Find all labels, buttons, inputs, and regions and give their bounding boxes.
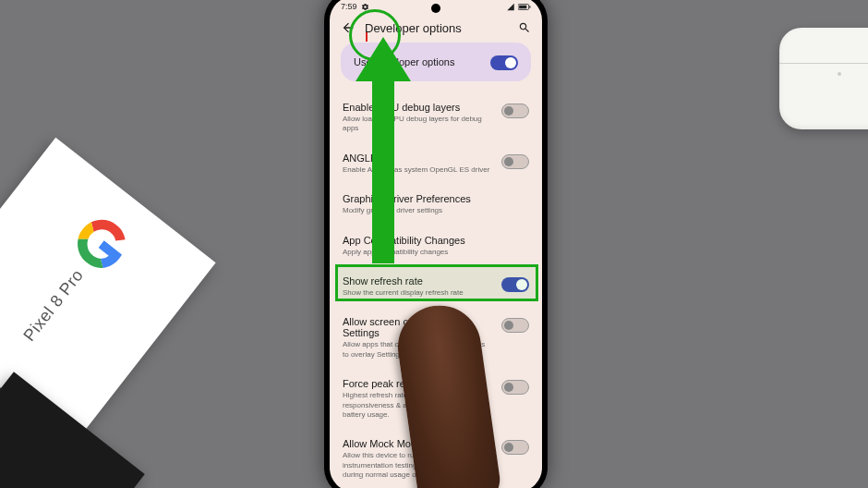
setting-subtitle: Apply app compatibility changes: [343, 248, 529, 257]
setting-text: Show refresh rateShow the current displa…: [343, 275, 492, 298]
setting-title: Graphics Driver Preferences: [343, 193, 529, 204]
setting-title: Use developer options: [354, 56, 454, 67]
setting-subtitle: Show the current display refresh rate: [343, 288, 492, 298]
setting-title: ANGLE: [343, 152, 492, 164]
setting-text: Enable GPU debug layersAllow loading GPU…: [343, 102, 492, 134]
setting-title: Enable GPU debug layers: [343, 102, 492, 113]
page-title: Developer options: [365, 21, 509, 35]
signal-icon: [506, 3, 515, 11]
setting-title: Show refresh rate: [343, 275, 492, 287]
setting-row[interactable]: App Compatibility ChangesApply app compa…: [341, 226, 531, 266]
battery-icon: [518, 3, 531, 11]
search-icon[interactable]: [518, 21, 531, 34]
annotation-red-marker: [366, 32, 368, 42]
setting-toggle[interactable]: [501, 154, 529, 169]
airpods-case: [779, 28, 868, 129]
setting-title: App Compatibility Changes: [343, 235, 529, 246]
google-logo-icon: [68, 210, 136, 277]
app-header: Developer options: [330, 17, 542, 43]
svg-rect-2: [529, 6, 530, 7]
setting-text: App Compatibility ChangesApply app compa…: [343, 235, 529, 257]
setting-row[interactable]: ANGLEEnable ANGLE as system OpenGL ES dr…: [341, 143, 531, 184]
use-developer-options-toggle[interactable]: [490, 55, 518, 70]
setting-row[interactable]: Graphics Driver PreferencesModify graphi…: [341, 184, 531, 225]
setting-row[interactable]: Enable GPU debug layersAllow loading GPU…: [341, 92, 531, 143]
back-arrow-icon[interactable]: [341, 20, 356, 35]
camera-hole: [431, 4, 440, 13]
setting-toggle[interactable]: [501, 104, 529, 118]
setting-toggle[interactable]: [501, 277, 529, 292]
setting-subtitle: Enable ANGLE as system OpenGL ES driver: [343, 165, 492, 175]
setting-row[interactable]: Show refresh rateShow the current displa…: [341, 266, 531, 307]
setting-toggle[interactable]: [501, 380, 529, 395]
setting-text: ANGLEEnable ANGLE as system OpenGL ES dr…: [343, 152, 492, 175]
settings-status-icon: [361, 3, 369, 11]
setting-text: Graphics Driver PreferencesModify graphi…: [343, 193, 529, 215]
setting-toggle[interactable]: [501, 440, 529, 455]
svg-rect-1: [519, 5, 526, 8]
setting-toggle[interactable]: [501, 318, 529, 333]
setting-subtitle: Modify graphics driver settings: [343, 206, 529, 215]
setting-subtitle: Allow loading GPU debug layers for debug…: [343, 115, 492, 134]
use-developer-options-card[interactable]: Use developer options: [341, 43, 531, 81]
status-time: 7:59: [341, 2, 357, 11]
product-box-label: Pixel 8 Pro: [19, 265, 88, 345]
